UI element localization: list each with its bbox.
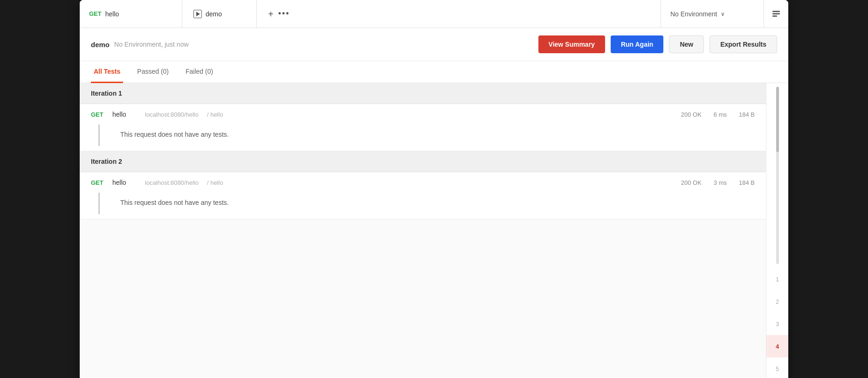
tabs-bar: All Tests Passed (0) Failed (0) [80, 61, 788, 83]
export-results-button[interactable]: Export Results [710, 35, 777, 53]
request-path: / hello [207, 111, 223, 118]
status-badge: 200 OK [681, 179, 702, 186]
response-size: 184 B [739, 179, 755, 186]
scroll-thumb[interactable] [776, 87, 779, 152]
no-tests-message: This request does not have any tests. [120, 131, 229, 138]
tab-demo-label: demo [206, 10, 222, 18]
line-number-2: 2 [766, 290, 788, 313]
action-bar: demo No Environment, just now View Summa… [80, 28, 788, 61]
svg-rect-2 [772, 15, 777, 17]
play-icon [193, 10, 202, 18]
svg-rect-0 [772, 11, 780, 12]
env-label: No Environment [670, 10, 717, 18]
view-summary-button[interactable]: View Summary [538, 35, 605, 53]
table-row: GET hello localhost:8080/hello / hello 2… [80, 172, 766, 219]
tab-failed[interactable]: Failed (0) [183, 61, 216, 83]
table-row: GET hello localhost:8080/hello / hello 2… [80, 104, 766, 151]
run-again-button[interactable]: Run Again [611, 35, 663, 53]
run-info: demo No Environment, just now [91, 41, 189, 49]
request-body-2: This request does not have any tests. [98, 193, 766, 214]
new-tab-area[interactable]: + ••• [257, 0, 661, 28]
tab-passed[interactable]: Passed (0) [134, 61, 172, 83]
main-content: Iteration 1 GET hello localhost:8080/hel… [80, 83, 788, 378]
line-numbers: 12345678 [766, 266, 788, 378]
play-triangle [196, 12, 200, 16]
method-label: GET [91, 179, 108, 186]
run-name: demo [91, 41, 110, 49]
run-meta: No Environment, just now [114, 41, 189, 48]
line-number-4: 4 [766, 335, 788, 357]
iteration-1-header: Iteration 1 [80, 83, 766, 104]
action-buttons: View Summary Run Again New Export Result… [538, 35, 777, 53]
line-numbers-panel: 12345678 [766, 83, 788, 378]
response-time: 6 ms [714, 111, 727, 118]
dots-icon[interactable]: ••• [278, 9, 290, 19]
tab-hello-title: hello [105, 10, 119, 18]
iteration-2-header: Iteration 2 [80, 151, 766, 172]
line-number-3: 3 [766, 313, 788, 335]
request-body-1: This request does not have any tests. [98, 125, 766, 146]
app-window: GET hello demo + ••• No Environment ∨ [80, 0, 788, 378]
tab-get-hello[interactable]: GET hello [80, 0, 182, 28]
method-label: GET [91, 111, 108, 118]
plus-icon[interactable]: + [268, 9, 274, 19]
tab-demo[interactable]: demo [182, 0, 257, 28]
response-time: 3 ms [714, 179, 727, 186]
request-url: localhost:8080/hello [145, 111, 199, 118]
svg-rect-1 [772, 13, 780, 14]
response-size: 184 B [739, 111, 755, 118]
no-tests-message: This request does not have any tests. [120, 199, 229, 206]
request-name: hello [112, 111, 140, 118]
env-icon-button[interactable] [764, 0, 788, 28]
chevron-down-icon: ∨ [721, 11, 725, 17]
top-bar: GET hello demo + ••• No Environment ∨ [80, 0, 788, 28]
line-number-1: 1 [766, 268, 788, 290]
collection-icon [772, 9, 781, 19]
scroll-track[interactable] [776, 87, 779, 264]
request-url: localhost:8080/hello [145, 179, 199, 186]
line-number-5: 5 [766, 357, 788, 378]
results-panel[interactable]: Iteration 1 GET hello localhost:8080/hel… [80, 83, 766, 378]
new-button[interactable]: New [669, 35, 704, 53]
environment-selector[interactable]: No Environment ∨ [661, 10, 764, 18]
request-header-1[interactable]: GET hello localhost:8080/hello / hello 2… [80, 104, 766, 125]
request-path: / hello [207, 179, 223, 186]
get-method-label: GET [89, 10, 102, 17]
request-name: hello [112, 179, 140, 186]
status-badge: 200 OK [681, 111, 702, 118]
request-header-2[interactable]: GET hello localhost:8080/hello / hello 2… [80, 172, 766, 193]
tab-all-tests[interactable]: All Tests [91, 61, 123, 83]
